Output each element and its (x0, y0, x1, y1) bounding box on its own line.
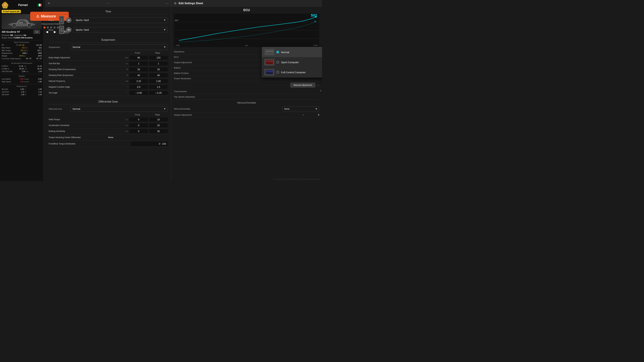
differential-section: Differential Gear Differential Gear Norm… (49, 98, 168, 147)
svg-text:502: 502 (311, 13, 317, 17)
pp-row: PP PP617.08 617.08 (2, 44, 42, 46)
susp-rear-value: 1 (149, 61, 168, 65)
nitrous-title: Nitrous/Overtake (174, 101, 319, 104)
drivetrain-row: Drivetrain MR / Aspiration NA (2, 34, 42, 36)
front-tire-row: Front SH Sports: Hard Sports: Medium Spo… (49, 16, 168, 24)
svg-rect-31 (268, 71, 269, 72)
max-torque-row: Max Torque 347.1ft·lb 347.1 (2, 49, 42, 52)
bop-badge: ⚖ BoP Applied (M) (2, 10, 21, 13)
full-ecu-image (264, 69, 274, 76)
warning-icon: ⚠ (36, 14, 39, 18)
nitrous-overtake-row: Nitrous/Overtake None Stage 1 Stage 2 St… (174, 105, 319, 112)
differential-param-row: Acceleration Sensitivity Lv. 0 20 (49, 122, 168, 128)
sport-label: Sport Computer (281, 61, 299, 64)
svg-text:347: 347 (175, 19, 178, 22)
rear-tire-icon (59, 26, 64, 34)
diff-front-value: 0 (130, 117, 148, 121)
rotational-rows: 60 km/h1.05 G1.05120 km/h1.12 G1.12240 k… (2, 88, 42, 96)
stability-row: High Speed-1.00 (Under)-1.00 (2, 80, 42, 83)
suspension-params: Body Height Adjustment mm 90 120 Anti-Ro… (49, 55, 168, 96)
rotational-title: Rotational G (2, 84, 42, 87)
rear-tire-select-wrapper[interactable]: Sports: Hard Sports: Medium Sports: Soft… (74, 27, 168, 33)
susp-rear-value: ↕ 0.20 (149, 91, 168, 95)
ballast-position-item: Ballast Position Normal (174, 70, 319, 76)
susp-rear-value: 120 (149, 56, 168, 60)
susp-front-value: 0.5 (130, 85, 148, 89)
suspension-select[interactable]: Normal Sports Semi-Racing Racing Fully C… (70, 44, 168, 50)
susp-rear-value: 1.5 (149, 85, 168, 89)
accel-row: 100-150 km/h2.54 sec.2.54 (2, 70, 42, 72)
differential-select[interactable]: Normal 1-Way 1.5-Way 2-Way Fully Customi… (70, 106, 168, 112)
suspension-select-wrapper[interactable]: Normal Sports Semi-Racing Racing Fully C… (70, 44, 168, 50)
dropdown-option-full[interactable]: Full Control Computer (262, 67, 322, 77)
susp-front-value: ↕ 0.00 (130, 91, 148, 95)
top-bar-menu-icon[interactable]: ≡ (48, 1, 50, 5)
diff-rear-value: 30 (149, 129, 168, 133)
front-tire-select-wrapper[interactable]: Sports: Hard Sports: Medium Sports: Soft… (74, 17, 168, 23)
front-tire-select[interactable]: Sports: Hard Sports: Medium Sports: Soft (74, 17, 168, 23)
manual-adjustment-row: Manual Adjustment ⋯ (174, 81, 319, 89)
ecu-title: ECU (174, 8, 319, 12)
rotational-row: 120 km/h1.12 G1.12 (2, 91, 42, 93)
normal-ecu-image (264, 49, 274, 55)
top-speed-label: Top Speed (Adjusted) (174, 95, 319, 98)
transmission-label: Transmission (174, 90, 319, 93)
top-bar: ≡ -- ⋯ (45, 0, 171, 7)
settings-icon: ⚙ (174, 1, 176, 5)
svg-rect-30 (266, 71, 268, 72)
full-radio (276, 71, 279, 73)
susp-front-value: 2.10 (130, 79, 148, 83)
ferrari-horse-icon: 🐎 (2, 2, 8, 8)
rear-tire-select[interactable]: Sports: Hard Sports: Medium Sports: Soft (74, 27, 168, 33)
max-power-row: Max Power 502HP 502 (2, 46, 42, 49)
svg-rect-10 (60, 27, 63, 32)
svg-point-3 (14, 25, 15, 26)
differential-table-header: Front Rear (49, 113, 168, 116)
torque-vectoring-row: Torque-Vectoring Center Differential Non… (49, 134, 168, 141)
manual-adjustment-button[interactable]: Manual Adjustment (290, 83, 315, 87)
sport-ecu-image (264, 59, 274, 65)
nitrous-select[interactable]: None Stage 1 Stage 2 Stage 3 (282, 106, 319, 111)
susp-front-value: 1 (130, 61, 148, 65)
torque-vectoring-value: None (108, 136, 113, 139)
svg-rect-27 (270, 61, 272, 62)
susp-rear-value: 2.30 (149, 79, 168, 83)
suspension-dropdown-row: Suspension Normal Sports Semi-Racing Rac… (49, 44, 168, 50)
output-adjustment-unit: % (302, 114, 306, 116)
suspension-param-row: Damping Ratio (Compression) % 20 20 (49, 66, 168, 72)
suspension-param-row: Natural Frequency Hz 2.10 2.30 (49, 78, 168, 84)
right-chevron-icon[interactable]: › (320, 88, 321, 93)
weight-balance-row: Front-Rear Weight Balance 43 : 57 43 : 5… (2, 57, 42, 60)
torque-distribution-label: Front/Rear Torque Distribution (49, 143, 131, 145)
power-curve-svg: 502 347 hp (174, 13, 319, 47)
right-content: ECU 502 347 hp 1000 (171, 7, 322, 119)
susp-rear-value: 40 (149, 73, 168, 77)
differential-header: Differential Gear (49, 98, 168, 104)
diff-front-value: 0 (130, 129, 148, 133)
suspension-header: Suspension (49, 37, 168, 42)
suspension-param-row: Negative Camber Angle ° 0.5 1.5 (49, 84, 168, 90)
dropdown-option-sport[interactable]: Sport Computer (262, 57, 322, 67)
susp-front-value: 90 (130, 56, 148, 60)
top-bar-more-icon[interactable]: ⋯ (165, 1, 168, 5)
manual-adj-more-icon[interactable]: ⋯ (317, 83, 319, 87)
nitrous-select-wrapper[interactable]: None Stage 1 Stage 2 Stage 3 ▼ (282, 106, 319, 111)
differential-select-wrapper[interactable]: Normal 1-Way 1.5-Way 2-Way Fully Customi… (70, 106, 168, 112)
history-l1-button[interactable]: L1 (34, 30, 40, 34)
displacement-row: Displacement 4308cc 4308 (2, 52, 42, 54)
susp-front-value: 20 (130, 67, 148, 71)
accel-row: 0-1000 m20.19 sec.20.19 (2, 67, 42, 70)
svg-text:hp: hp (314, 20, 316, 22)
diff-rear-value: 20 (149, 123, 168, 127)
engine-row: Engine Model F136ED-430-Scuderia (2, 37, 42, 39)
front-tire-label: Front (49, 19, 57, 21)
suspension-param-row: Body Height Adjustment mm 90 120 (49, 55, 168, 61)
edit-header-title: Edit Settings Sheet (178, 2, 203, 5)
diff-rear-value: 10 (149, 117, 168, 121)
svg-rect-21 (269, 51, 270, 52)
dropdown-option-normal[interactable]: Normal (262, 47, 322, 57)
top-speed-item: Top Speed (Adjusted) (174, 94, 319, 99)
output-adjustment-value: 0 (306, 113, 319, 116)
graph-x-labels: 1000 rpm 8700 (174, 44, 319, 46)
diff-front-col-header: Front (128, 113, 148, 116)
